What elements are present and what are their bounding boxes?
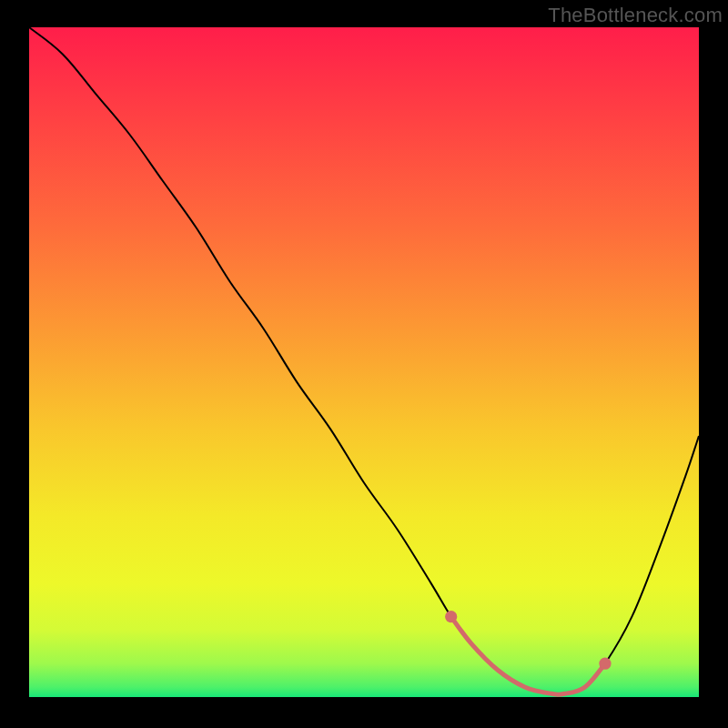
gradient-background bbox=[29, 27, 699, 697]
watermark-text: TheBottleneck.com bbox=[548, 4, 723, 27]
plot-svg bbox=[29, 27, 699, 697]
chart-frame: TheBottleneck.com bbox=[0, 0, 728, 728]
plot-area bbox=[29, 27, 699, 701]
